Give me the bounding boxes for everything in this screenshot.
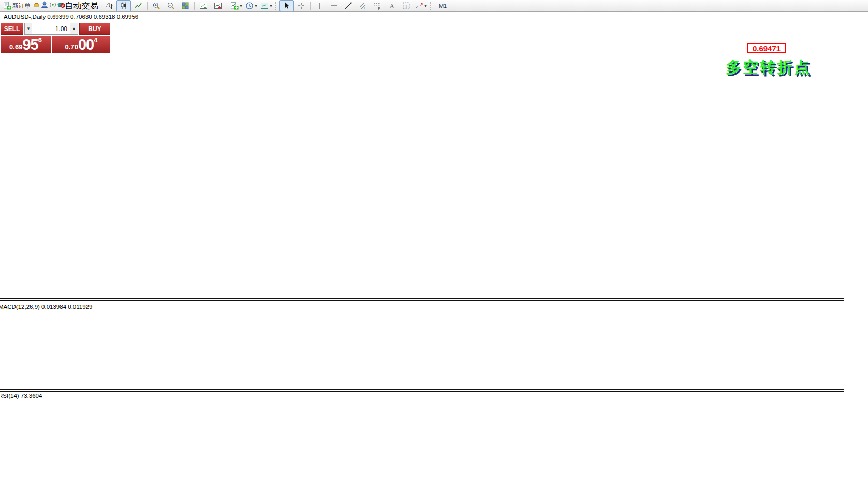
chart-title: AUDUSD-,Daily 0.69399 0.70630 0.69318 0.… [4,13,138,20]
price-callout-box[interactable]: 0.69471 [747,43,786,53]
timeframe-M1[interactable]: M1 [434,0,452,11]
signal-button[interactable] [49,1,57,11]
rsi-indicator-label: RSI(14) 73.3604 [0,393,42,399]
trendline-button[interactable] [341,0,356,11]
volume-increase-button[interactable]: ▲ [70,23,78,34]
main-toolbar: 新订单自动交易▾▾▾EFAT▾M1 [0,0,868,12]
button-label: 新订单 [12,2,31,10]
chevron-down-icon: ▾ [255,4,257,8]
arrange-cross-button[interactable] [211,0,225,11]
price-scale [844,12,868,477]
periods-button[interactable]: ▾ [244,0,259,11]
toolbar-separator [227,2,227,10]
button-label: 自动交易 [65,1,98,10]
zoom-out-button[interactable] [164,0,178,11]
panel-divider[interactable] [0,298,868,301]
fibonacci-icon: F [373,2,381,10]
template-button[interactable]: ▾ [259,0,274,11]
toolbar-grip [430,2,432,10]
tile-windows-button[interactable] [178,0,193,11]
shapes-button[interactable]: ▾ [414,0,429,11]
buy-price-big: 00 [78,37,94,52]
indicators-button[interactable]: ▾ [229,0,244,11]
zoom-in-button[interactable] [149,0,164,11]
new-order-button[interactable]: 新订单 [2,0,32,11]
volume-input[interactable]: 1.00 [32,25,70,33]
sell-price-prefix: 0.69 [9,43,22,51]
panel-divider[interactable] [0,389,868,392]
candlestick-button[interactable] [116,0,131,11]
svg-text:E: E [364,6,366,10]
cursor-button[interactable] [279,0,294,11]
cursor-icon [283,2,291,10]
svg-text:F: F [378,7,380,10]
macd-value-signal: 0.011929 [68,304,92,310]
sell-button[interactable]: SELL [1,23,23,35]
button-label: M1 [439,3,447,9]
accounts-icon [40,1,49,9]
sell-price-big: 95 [22,37,38,52]
indicators-icon [230,2,239,10]
buy-price-prefix: 0.70 [65,43,78,51]
volume-decrease-button[interactable]: ▼ [25,23,32,34]
text-icon: A [388,2,396,10]
text-button[interactable]: A [385,0,399,11]
bar-chart-icon [105,2,113,10]
label-button[interactable]: T [399,0,414,11]
one-click-trading-panel[interactable]: SELL ▼ 1.00 ▲ BUY 0.69956 0.70004 [1,23,110,53]
buy-price-sup: 4 [94,36,97,44]
periods-icon [245,2,254,10]
signal-icon [49,1,57,9]
crosshair-icon [297,2,305,10]
channel-button[interactable]: E [356,0,370,11]
toolbar-separator [147,2,148,10]
channel-icon: E [359,2,367,10]
toolbar-separator [310,2,311,10]
vertical-line-button[interactable] [312,0,327,11]
annotation-text[interactable]: 多空转折点 [726,57,811,78]
new-order-icon [3,2,11,10]
trendline-icon [344,2,352,10]
horizontal-line-button[interactable] [327,0,341,11]
template-icon [260,2,269,10]
macd-indicator-label: MACD(12,26,9) 0.013984 0.011929 [0,304,92,310]
arrange-profile-button[interactable] [196,0,211,11]
toolbar-grip [275,2,277,10]
svg-text:T: T [404,3,407,9]
horizontal-line-icon [330,2,338,10]
sell-price-sup: 6 [38,36,42,44]
tile-windows-icon [181,2,189,10]
autotrade-button[interactable]: 自动交易 [57,0,98,11]
buy-button[interactable]: BUY [79,23,110,35]
shapes-icon [415,2,423,10]
chevron-down-icon: ▾ [240,4,242,8]
zoom-in-icon [152,2,160,10]
bar-chart-button[interactable] [102,0,116,11]
macd-value-main: 0.013984 [41,304,66,310]
toolbar-separator [194,2,195,10]
gold-icon [32,1,40,9]
candlestick-icon [120,2,128,10]
line-chart-icon [134,2,142,10]
volume-stepper[interactable]: ▼ 1.00 ▲ [24,23,78,35]
gold-button[interactable] [32,1,40,11]
accounts-button[interactable] [40,1,49,11]
chevron-down-icon: ▾ [270,4,272,8]
crosshair-button[interactable] [294,0,308,11]
axis-border [0,477,868,477]
arrange-cross-icon [214,2,222,10]
chevron-down-icon: ▾ [425,4,427,8]
toolbar-separator [100,2,100,10]
buy-price-tile[interactable]: 0.70004 [52,36,110,53]
vertical-line-icon [315,2,323,10]
autotrade-icon [57,0,65,8]
label-icon: T [402,2,410,10]
svg-text:A: A [389,2,394,10]
rsi-value: 73.3604 [21,393,42,399]
sell-price-tile[interactable]: 0.69956 [1,36,51,53]
fibonacci-button[interactable]: F [370,0,385,11]
arrange-profile-icon [199,2,208,10]
line-chart-button[interactable] [131,0,145,11]
zoom-out-icon [167,2,175,10]
